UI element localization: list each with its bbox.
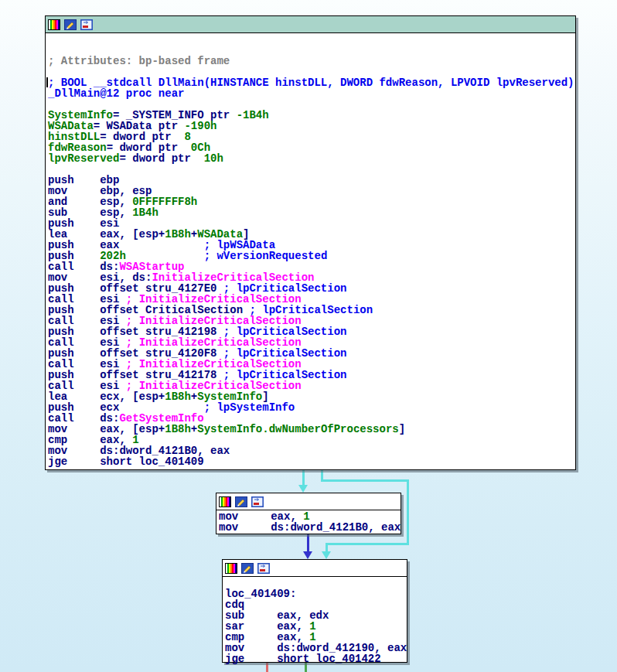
code-line[interactable]: push eax ; lpWSAData (48, 240, 575, 251)
code-line[interactable]: push ecx ; lpSystemInfo (48, 402, 575, 413)
code-line[interactable]: mov esi, ds:InitializeCriticalSection (48, 272, 575, 283)
code-line[interactable]: WSAData= WSAData ptr -190h (48, 121, 575, 131)
code-line[interactable]: cmp eax, 1 (225, 632, 407, 643)
code-line[interactable]: call esi ; InitializeCriticalSection (48, 359, 575, 370)
code-line[interactable]: call esi ; InitializeCriticalSection (48, 380, 575, 391)
node-group-icon[interactable] (257, 563, 270, 574)
code-line[interactable]: mov eax, 1 (219, 511, 401, 522)
code-line[interactable] (48, 164, 575, 175)
edge-b2-to-b3 (307, 534, 309, 552)
code-line[interactable]: _DllMain@12 proc near (48, 88, 575, 99)
edge-main-to-b3-top (321, 479, 409, 482)
edge-main-to-b3-arrowhead (322, 551, 331, 559)
disassembly-code[interactable]: ; Attributes: bp-based frame ; BOOL __st… (46, 33, 575, 467)
code-line[interactable]: push 202h ; wVersionRequested (48, 251, 575, 261)
code-line[interactable]: mov ds:dword_4121B0, eax (48, 445, 575, 456)
code-line[interactable]: lea ecx, [esp+1B8h+SystemInfo] (48, 391, 575, 402)
node-color-icon[interactable] (48, 19, 60, 30)
code-line[interactable]: call ds:WSAStartup (48, 261, 575, 272)
basic-block-dllmain-entry[interactable]: ; Attributes: bp-based frame ; BOOL __st… (45, 15, 576, 470)
code-line[interactable]: mov ds:dword_4121B0, eax (219, 522, 401, 533)
code-line[interactable]: push offset CriticalSection ; lpCritical… (48, 305, 575, 316)
disassembly-code[interactable]: mov eax, 1mov ds:dword_4121B0, eax (216, 510, 401, 533)
code-line[interactable]: push offset stru_4120F8 ; lpCriticalSect… (48, 348, 575, 359)
node-group-icon[interactable] (251, 496, 264, 507)
code-line[interactable]: lpvReserved= dword ptr 10h (48, 153, 575, 164)
code-line[interactable]: push offset stru_412178 ; lpCriticalSect… (48, 370, 575, 380)
code-line[interactable]: jge short loc_401409 (48, 456, 575, 467)
code-line[interactable]: push ebp (48, 175, 575, 186)
code-line[interactable]: sar eax, 1 (225, 621, 407, 632)
code-line[interactable]: lea eax, [esp+1B8h+WSAData] (48, 229, 575, 240)
code-line[interactable] (48, 34, 575, 45)
code-line[interactable] (48, 67, 575, 77)
code-line[interactable]: push offset stru_412198 ; lpCriticalSect… (48, 326, 575, 337)
code-line[interactable]: mov ds:dword_412190, eax (225, 643, 407, 653)
code-line[interactable]: call esi ; InitializeCriticalSection (48, 294, 575, 305)
node-color-icon[interactable] (219, 496, 231, 507)
code-line[interactable]: cmp eax, 1 (48, 435, 575, 445)
edit-comment-icon[interactable] (241, 563, 254, 574)
code-line[interactable]: push offset stru_4127E0 ; lpCriticalSect… (48, 283, 575, 294)
node-group-icon[interactable] (80, 19, 93, 30)
code-line[interactable]: sub esp, 1B4h (48, 207, 575, 218)
code-line[interactable]: sub eax, edx (225, 610, 407, 621)
code-line[interactable]: and esp, 0FFFFFFF8h (48, 196, 575, 207)
code-line[interactable]: loc_401409: (225, 588, 407, 599)
code-line[interactable]: call ds:GetSystemInfo (48, 413, 575, 424)
code-line[interactable]: call esi ; InitializeCriticalSection (48, 316, 575, 326)
block-title-bar[interactable] (46, 16, 575, 33)
code-line[interactable]: cdq (225, 599, 407, 610)
node-color-icon[interactable] (225, 563, 237, 574)
text-cursor (46, 77, 48, 87)
code-line[interactable] (48, 45, 575, 56)
basic-block-loc-401409[interactable]: loc_401409:cdqsub eax, edxsar eax, 1cmp … (222, 559, 407, 663)
edit-comment-icon[interactable] (64, 19, 77, 30)
code-line[interactable] (225, 578, 407, 588)
block-title-bar[interactable] (223, 560, 407, 577)
code-line[interactable]: hinstDLL= dword ptr 8 (48, 131, 575, 142)
code-line[interactable]: push esi (48, 218, 575, 229)
edge-main-to-b2-arrowhead (298, 485, 308, 493)
edge-main-to-b3-right (407, 479, 409, 545)
code-line[interactable] (48, 99, 575, 110)
code-line[interactable]: ; BOOL __stdcall DllMain(HINSTANCE hinst… (48, 77, 575, 88)
code-line[interactable]: mov eax, [esp+1B8h+SystemInfo.dwNumberOf… (48, 424, 575, 435)
graph-canvas[interactable]: ; Attributes: bp-based frame ; BOOL __st… (0, 0, 617, 672)
code-line[interactable]: ; Attributes: bp-based frame (48, 56, 575, 67)
code-line[interactable]: SystemInfo= _SYSTEM_INFO ptr -1B4h (48, 110, 575, 121)
basic-block-single-cpu[interactable]: mov eax, 1mov ds:dword_4121B0, eax (216, 493, 401, 534)
code-line[interactable]: fdwReason= dword ptr 0Ch (48, 142, 575, 153)
code-line[interactable]: call esi ; InitializeCriticalSection (48, 337, 575, 348)
edge-main-to-b3-bottom (326, 543, 409, 545)
code-line[interactable]: jge short loc_401422 (225, 653, 407, 664)
code-line[interactable]: mov ebp, esp (48, 186, 575, 196)
edit-comment-icon[interactable] (235, 496, 247, 507)
block-title-bar[interactable] (216, 493, 401, 510)
edge-b2-to-b3-arrowhead (303, 551, 312, 559)
disassembly-code[interactable]: loc_401409:cdqsub eax, edxsar eax, 1cmp … (223, 577, 407, 664)
